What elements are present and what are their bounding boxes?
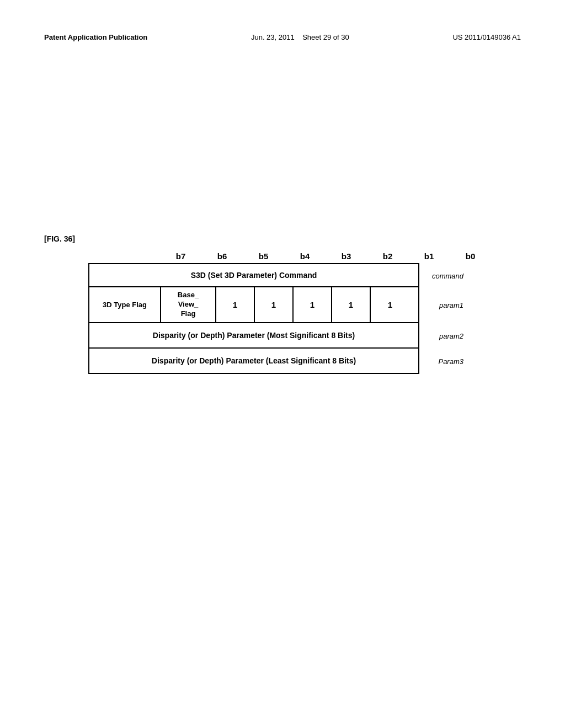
param1-b5-cell: Base_ View_ Flag	[161, 287, 216, 322]
data-table: S3D (Set 3D Parameter) Command command 3…	[88, 263, 419, 374]
param3-label: Param3	[438, 357, 463, 365]
param1-b0-cell: 1	[371, 287, 409, 322]
param3-cell: Disparity (or Depth) Parameter (Least Si…	[89, 349, 419, 373]
fig-label: [FIG. 36]	[44, 234, 521, 243]
param1-label: param1	[439, 301, 463, 309]
page: Patent Application Publication Jun. 23, …	[0, 0, 565, 728]
right-border	[418, 263, 419, 374]
param1-b4-cell: 1	[216, 287, 255, 322]
header-b2: b2	[367, 251, 408, 263]
param2-row-wrapper: Disparity (or Depth) Parameter (Most Sig…	[89, 323, 419, 349]
header-b5: b5	[243, 251, 284, 263]
command-row: S3D (Set 3D Parameter) Command	[89, 264, 419, 287]
table-container: b7 b6 b5 b4 b3 b2 b1 b0 S3D (Set 3D Para…	[88, 251, 521, 374]
param2-row: Disparity (or Depth) Parameter (Most Sig…	[89, 323, 419, 349]
param3-row-wrapper: Disparity (or Depth) Parameter (Least Si…	[89, 349, 419, 374]
param1-b7b6-cell: 3D Type Flag	[89, 287, 161, 322]
figure-content: [FIG. 36] b7 b6 b5 b4 b3 b2 b1 b0	[44, 234, 521, 374]
param1-b3-cell: 1	[255, 287, 294, 322]
param2-cell: Disparity (or Depth) Parameter (Most Sig…	[89, 323, 419, 347]
param3-row: Disparity (or Depth) Parameter (Least Si…	[89, 349, 419, 374]
header-left: Patent Application Publication	[44, 33, 147, 41]
header-b4: b4	[284, 251, 326, 263]
header-b0: b0	[450, 251, 491, 263]
header-center: Jun. 23, 2011 Sheet 29 of 30	[251, 33, 349, 41]
param1-row: 3D Type Flag Base_ View_ Flag 1 1 1	[89, 287, 419, 323]
header-b1: b1	[408, 251, 450, 263]
param1-b5-text: Base_ View_ Flag	[178, 291, 199, 319]
command-label: command	[432, 272, 463, 280]
header-b3: b3	[326, 251, 367, 263]
param2-label: param2	[439, 331, 463, 340]
header-right: US 2011/0149036 A1	[452, 33, 521, 41]
command-row-wrapper: S3D (Set 3D Parameter) Command command	[89, 264, 419, 287]
sheet-number: Sheet 29 of 30	[302, 33, 349, 41]
param1-row-wrapper: 3D Type Flag Base_ View_ Flag 1 1 1	[89, 287, 419, 323]
param1-b1-cell: 1	[332, 287, 371, 322]
command-cell: S3D (Set 3D Parameter) Command	[89, 264, 419, 286]
param1-b2-cell: 1	[294, 287, 332, 322]
header-b7: b7	[160, 251, 201, 263]
header-b6: b6	[201, 251, 243, 263]
page-header: Patent Application Publication Jun. 23, …	[44, 33, 521, 41]
bit-header-row: b7 b6 b5 b4 b3 b2 b1 b0	[88, 251, 521, 263]
